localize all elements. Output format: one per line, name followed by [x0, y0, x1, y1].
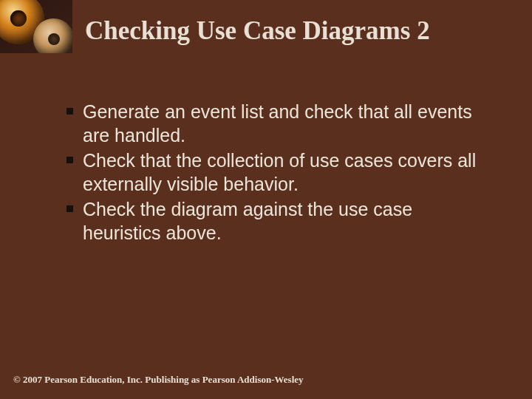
list-item: Check that the collection of use cases c…: [66, 149, 491, 196]
slide-body: Generate an event list and check that al…: [66, 100, 491, 246]
logo-graphic: [0, 0, 72, 53]
copyright-footer: © 2007 Pearson Education, Inc. Publishin…: [13, 374, 304, 386]
list-item: Generate an event list and check that al…: [66, 100, 491, 147]
gear-icon: [33, 18, 72, 53]
list-item: Check the diagram against the use case h…: [66, 197, 491, 245]
slide-title: Checking Use Case Diagrams 2: [85, 16, 510, 46]
bullet-list: Generate an event list and check that al…: [66, 100, 491, 245]
